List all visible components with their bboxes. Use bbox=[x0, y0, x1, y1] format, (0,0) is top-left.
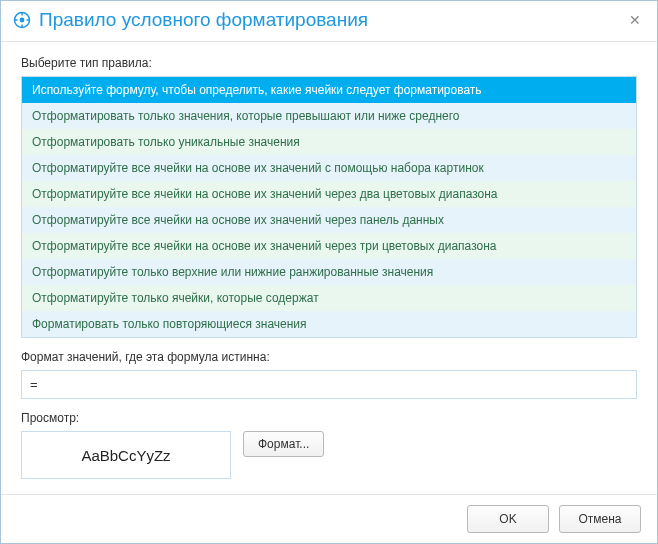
rule-type-item[interactable]: Форматировать только повторяющиеся значе… bbox=[22, 311, 636, 337]
formula-label: Формат значений, где эта формула истинна… bbox=[21, 350, 637, 364]
rule-type-item[interactable]: Отформатировать только значения, которые… bbox=[22, 103, 636, 129]
rule-type-item[interactable]: Отформатируйте все ячейки на основе их з… bbox=[22, 181, 636, 207]
format-button[interactable]: Формат... bbox=[243, 431, 324, 457]
rule-type-item[interactable]: Отформатируйте только верхние или нижние… bbox=[22, 259, 636, 285]
rule-type-list[interactable]: Используйте формулу, чтобы определить, к… bbox=[21, 76, 637, 338]
preview-label: Просмотр: bbox=[21, 411, 637, 425]
rule-type-item[interactable]: Отформатируйте все ячейки на основе их з… bbox=[22, 233, 636, 259]
rule-type-item[interactable]: Отформатируйте только ячейки, которые со… bbox=[22, 285, 636, 311]
rule-type-item[interactable]: Отформатировать только уникальные значен… bbox=[22, 129, 636, 155]
rule-type-item[interactable]: Используйте формулу, чтобы определить, к… bbox=[22, 77, 636, 103]
preview-sample: AaBbCcYyZz bbox=[21, 431, 231, 479]
svg-point-1 bbox=[20, 18, 25, 23]
ok-button[interactable]: OK bbox=[467, 505, 549, 533]
close-icon[interactable]: ✕ bbox=[625, 10, 645, 30]
rule-type-item[interactable]: Отформатируйте все ячейки на основе их з… bbox=[22, 207, 636, 233]
dialog-title: Правило условного форматирования bbox=[39, 9, 625, 31]
cancel-button[interactable]: Отмена bbox=[559, 505, 641, 533]
select-rule-type-label: Выберите тип правила: bbox=[21, 56, 637, 70]
app-icon bbox=[13, 11, 31, 29]
rule-type-item[interactable]: Отформатируйте все ячейки на основе их з… bbox=[22, 155, 636, 181]
dialog-body: Выберите тип правила: Используйте формул… bbox=[1, 42, 657, 494]
dialog-window: Правило условного форматирования ✕ Выбер… bbox=[0, 0, 658, 544]
dialog-footer: OK Отмена bbox=[1, 494, 657, 543]
preview-row: AaBbCcYyZz Формат... bbox=[21, 431, 637, 479]
formula-input[interactable] bbox=[21, 370, 637, 399]
titlebar: Правило условного форматирования ✕ bbox=[1, 1, 657, 42]
